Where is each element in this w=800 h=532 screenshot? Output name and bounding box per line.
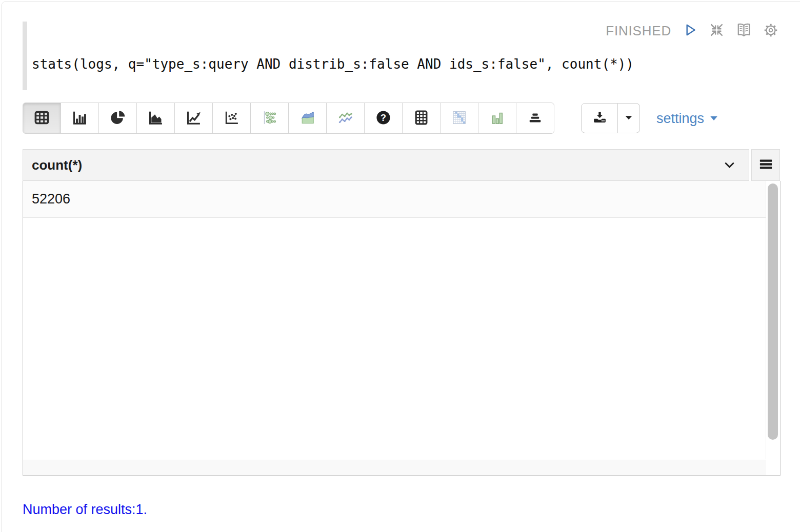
line-chart-icon bbox=[185, 109, 202, 128]
viz-table-button[interactable] bbox=[23, 103, 61, 134]
help-icon: ? bbox=[375, 109, 392, 128]
gear-icon bbox=[763, 23, 778, 39]
svg-text:?: ? bbox=[381, 112, 386, 123]
table-column-header[interactable]: count(*) bbox=[23, 149, 749, 181]
download-button[interactable] bbox=[581, 103, 618, 133]
scatter-chart-icon bbox=[223, 109, 240, 128]
column-header-label: count(*) bbox=[32, 157, 82, 173]
bar-chart-icon bbox=[71, 109, 88, 128]
caret-down-icon bbox=[623, 112, 634, 125]
viz-pyramid-chart-button[interactable] bbox=[516, 103, 554, 134]
area-chart-icon bbox=[147, 109, 164, 128]
viz-heatmap-button[interactable] bbox=[440, 103, 478, 134]
vertical-scrollbar-track[interactable] bbox=[766, 181, 779, 459]
download-options-button[interactable] bbox=[618, 103, 640, 133]
multi-line-chart-icon bbox=[337, 109, 354, 128]
viz-line-chart-button[interactable] bbox=[174, 103, 213, 134]
viz-multi-line-chart-button[interactable] bbox=[326, 103, 365, 134]
hamburger-menu-icon bbox=[758, 156, 774, 174]
book-icon bbox=[735, 22, 752, 40]
viz-area-chart-button[interactable] bbox=[136, 103, 175, 134]
table-icon bbox=[33, 109, 50, 128]
visualization-toolbar: ? bbox=[23, 103, 554, 134]
heatmap-icon bbox=[451, 109, 468, 128]
pivot-table-icon bbox=[413, 109, 430, 128]
show-editor-button[interactable] bbox=[735, 22, 752, 40]
table-row: 52206 bbox=[23, 181, 766, 218]
table-body: 52206 bbox=[23, 181, 781, 476]
viz-scatter-chart-button[interactable] bbox=[212, 103, 251, 134]
shrink-paragraph-button[interactable] bbox=[709, 22, 725, 39]
vertical-scrollbar-thumb[interactable] bbox=[768, 183, 778, 440]
run-paragraph-button[interactable] bbox=[682, 22, 698, 39]
code-editor-line[interactable]: stats(logs, q="type_s:query AND distrib_… bbox=[32, 56, 634, 72]
viz-stacked-area-chart-button[interactable] bbox=[288, 103, 327, 134]
viz-pie-chart-button[interactable] bbox=[98, 103, 137, 134]
paragraph-settings-button[interactable] bbox=[763, 23, 778, 39]
results-count-text: Number of results:1. bbox=[23, 502, 147, 518]
settings-dropdown-link[interactable]: settings bbox=[656, 108, 718, 129]
bubble-chart-icon bbox=[261, 109, 278, 128]
play-icon bbox=[682, 22, 698, 39]
pyramid-chart-icon bbox=[527, 109, 544, 128]
paragraph-status: FINISHED bbox=[606, 23, 671, 39]
download-split-button bbox=[581, 103, 640, 133]
horizontal-scrollbar-track[interactable] bbox=[23, 460, 766, 475]
viz-pivot-table-button[interactable] bbox=[402, 103, 441, 134]
viz-bar-chart-button[interactable] bbox=[61, 103, 99, 134]
column-chart-icon bbox=[489, 109, 506, 128]
pie-chart-icon bbox=[109, 109, 126, 128]
download-icon bbox=[592, 110, 608, 127]
viz-column-chart-button[interactable] bbox=[478, 103, 516, 134]
viz-bubble-chart-button[interactable] bbox=[250, 103, 289, 134]
stacked-area-chart-icon bbox=[299, 109, 316, 128]
shrink-icon bbox=[709, 22, 725, 39]
chevron-down-icon bbox=[723, 158, 736, 174]
viz-help-button[interactable]: ? bbox=[364, 103, 403, 134]
caret-down-icon bbox=[709, 111, 718, 127]
table-cell-count: 52206 bbox=[32, 191, 70, 207]
paragraph-status-bar: FINISHED bbox=[606, 22, 778, 40]
settings-label: settings bbox=[656, 111, 704, 127]
paragraph-gutter bbox=[23, 22, 27, 90]
table-menu-button[interactable] bbox=[751, 149, 780, 181]
